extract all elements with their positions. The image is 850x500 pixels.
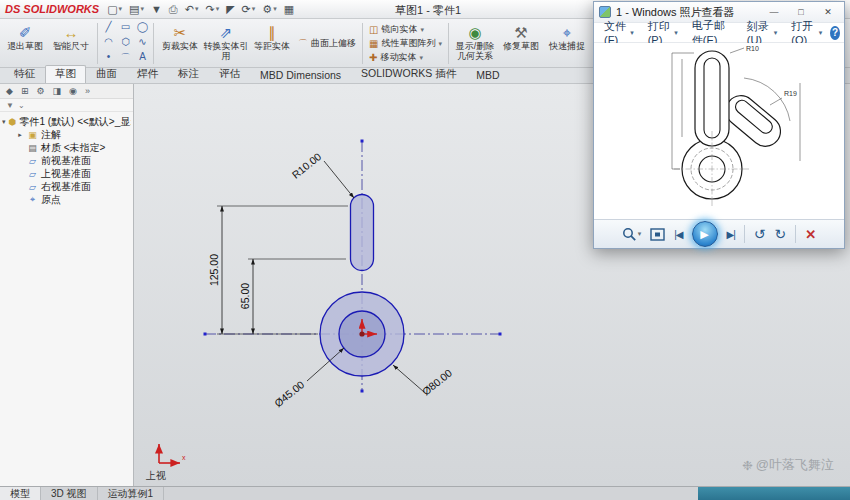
convert-entities-icon: ⇗: [220, 24, 233, 41]
redo-icon[interactable]: ↷▾: [205, 3, 219, 16]
circle-tool-icon[interactable]: ◯: [135, 21, 150, 36]
tree-filter-row: ▼ ⌄: [0, 99, 133, 112]
tab-model[interactable]: 模型: [0, 487, 41, 500]
line-tool-icon[interactable]: ╱: [101, 21, 116, 36]
surface-offset-button[interactable]: ⌒ 曲面上偏移: [295, 37, 359, 51]
plane-icon: ▱: [27, 182, 38, 192]
help-icon[interactable]: ?: [830, 26, 840, 40]
quick-access-toolbar: ▢▾ ▤▾ ▼ ⎙ ↶▾ ↷▾ ◤ ⟳▾ ⚙▾ ▦: [107, 3, 294, 16]
save-icon[interactable]: ▼: [151, 3, 162, 15]
undo-icon[interactable]: ↶▾: [185, 3, 199, 16]
expand-manager-tabs-icon[interactable]: »: [85, 86, 90, 96]
expander-icon[interactable]: ▸: [16, 131, 24, 139]
tab-surfaces[interactable]: 曲面: [86, 65, 127, 83]
linear-pattern-button[interactable]: ▦ 线性草图阵列 ▾: [366, 37, 445, 50]
slot-entity[interactable]: [351, 195, 374, 271]
tab-solidworks-addins[interactable]: SOLIDWORKS 插件: [351, 65, 466, 83]
new-document-icon[interactable]: ▢▾: [107, 3, 122, 16]
photo-viewer-window[interactable]: 1 - Windows 照片查看器 — □ ✕ 文件(F)▾ 打印(P)▾ 电子…: [593, 1, 845, 249]
move-entities-button[interactable]: ✚ 移动实体 ▾: [366, 51, 445, 64]
open-file-icon[interactable]: ▤▾: [129, 3, 144, 16]
dimension-d45[interactable]: Ø45.00: [272, 348, 344, 409]
photo-icon: [599, 6, 611, 18]
tree-item-right-plane[interactable]: ▱ 右视基准面: [2, 180, 131, 193]
delete-icon[interactable]: ✕: [805, 227, 816, 242]
center-point[interactable]: [359, 331, 364, 336]
configurationmanager-tab-icon[interactable]: ⚙: [36, 86, 44, 96]
propertymanager-tab-icon[interactable]: ⊞: [21, 86, 29, 96]
tree-item-material[interactable]: ▤ 材质 <未指定>: [2, 141, 131, 154]
dimension-d80[interactable]: Ø80.00: [393, 365, 454, 398]
tree-item-annotations[interactable]: ▸ ▣ 注解: [2, 128, 131, 141]
svg-text:65.00: 65.00: [239, 283, 251, 309]
actual-size-icon[interactable]: [650, 228, 665, 241]
smart-dimension-icon: ↔: [64, 24, 79, 41]
dimension-125[interactable]: 125.00: [208, 206, 222, 334]
quick-snaps-button[interactable]: ⌖ 快速捕捉: [544, 21, 590, 66]
zoom-icon[interactable]: ▾: [622, 227, 642, 242]
tab-markup[interactable]: 标注: [168, 65, 209, 83]
repair-sketch-button[interactable]: ⚒ 修复草图: [498, 21, 544, 66]
filter-chevron-icon[interactable]: ⌄: [18, 101, 25, 110]
tab-features[interactable]: 特征: [4, 65, 45, 83]
drawing-image: R10 R19: [594, 43, 844, 219]
rectangle-tool-icon[interactable]: ▭: [118, 21, 133, 36]
dimension-r10[interactable]: R10.00: [289, 150, 354, 198]
tree-item-origin[interactable]: ⌖ 原点: [2, 193, 131, 206]
sketch-grid-icon[interactable]: ▦: [284, 3, 294, 16]
ribbon-divider: [97, 23, 98, 64]
display-relations-button[interactable]: ◉ 显示/删除几何关系: [452, 21, 498, 66]
offset-entities-button[interactable]: ∥ 等距实体: [249, 21, 295, 66]
select-arrow-icon[interactable]: ◤: [226, 3, 234, 16]
surface-offset-icon: ⌒: [298, 37, 308, 51]
tab-mbd[interactable]: MBD: [466, 67, 509, 83]
settings-icon[interactable]: ⚙▾: [262, 3, 276, 16]
expander-icon[interactable]: ▾: [2, 118, 6, 126]
featuremanager-tab-icon[interactable]: ◆: [6, 86, 13, 96]
displaymanager-tab-icon[interactable]: ◉: [69, 86, 77, 96]
rebuild-icon[interactable]: ⟳▾: [242, 3, 256, 16]
status-bar: 模型 3D 视图 运动算例1: [0, 486, 850, 500]
previous-button[interactable]: |◀: [674, 229, 682, 240]
tree-item-part[interactable]: ▾ ⬢ 零件1 (默认) <<默认>_显示状态 1>: [2, 115, 131, 128]
photo-viewer-menubar: 文件(F)▾ 打印(P)▾ 电子邮件(E) 刻录(U)▾ 打开(O)▾ ?: [594, 23, 844, 43]
tab-motion-study[interactable]: 运动算例1: [98, 487, 165, 500]
tab-weldments[interactable]: 焊件: [127, 65, 168, 83]
dimension-65[interactable]: 65.00: [239, 259, 253, 334]
dimxpertmanager-tab-icon[interactable]: ◨: [53, 86, 62, 96]
part-icon: ⬢: [9, 117, 17, 127]
exit-sketch-icon: ✐: [19, 24, 32, 41]
spline-tool-icon[interactable]: ∿: [135, 36, 150, 51]
watermark-icon: ❉: [742, 458, 753, 473]
convert-entities-button[interactable]: ⇗ 转换实体引用: [203, 21, 249, 66]
exit-sketch-button[interactable]: ✐ 退出草图: [2, 21, 48, 66]
tab-mbd-dimensions[interactable]: MBD Dimensions: [250, 67, 351, 83]
document-title: 草图1 - 零件1: [395, 3, 461, 18]
zoom-caret-icon: ▾: [638, 230, 642, 238]
rotate-clockwise-icon[interactable]: ↻: [775, 226, 787, 242]
filter-icon[interactable]: ▼: [6, 101, 14, 110]
tree-item-top-plane[interactable]: ▱ 上视基准面: [2, 167, 131, 180]
watermark: ❉ @叶落飞舞泣: [742, 456, 834, 474]
tab-evaluate[interactable]: 评估: [209, 65, 250, 83]
sketch-entity-tools: ╱ ▭ ◯ ◠ ⬡ ∿ • ⌒ A: [101, 21, 150, 66]
featuremanager-panel: ◆ ⊞ ⚙ ◨ ◉ » ▼ ⌄ ▾ ⬢ 零件1 (默认) <<默认>_显示状态 …: [0, 84, 134, 486]
text-tool-icon[interactable]: A: [135, 51, 150, 66]
trim-entities-button[interactable]: ✂ 剪裁实体: [157, 21, 203, 66]
rotate-counterclockwise-icon[interactable]: ↺: [754, 226, 766, 242]
tree-item-front-plane[interactable]: ▱ 前视基准面: [2, 154, 131, 167]
next-button[interactable]: ▶|: [727, 229, 735, 240]
fillet-tool-icon[interactable]: ⌒: [118, 51, 133, 66]
tab-sketch[interactable]: 草图: [45, 65, 86, 83]
tab-3d-views[interactable]: 3D 视图: [41, 487, 98, 500]
smart-dimension-button[interactable]: ↔ 智能尺寸: [48, 21, 94, 66]
point-tool-icon[interactable]: •: [101, 51, 116, 66]
manager-tabs: ◆ ⊞ ⚙ ◨ ◉ »: [0, 84, 133, 99]
drawing-label-r10: R10: [746, 45, 759, 52]
print-icon[interactable]: ⎙: [169, 3, 178, 16]
play-slideshow-button[interactable]: ▶: [692, 221, 718, 247]
statusbar-spacer: [164, 487, 698, 500]
arc-tool-icon[interactable]: ◠: [101, 36, 116, 51]
polygon-tool-icon[interactable]: ⬡: [118, 36, 133, 51]
mirror-entities-button[interactable]: ◫ 镜向实体 ▾: [366, 23, 445, 36]
